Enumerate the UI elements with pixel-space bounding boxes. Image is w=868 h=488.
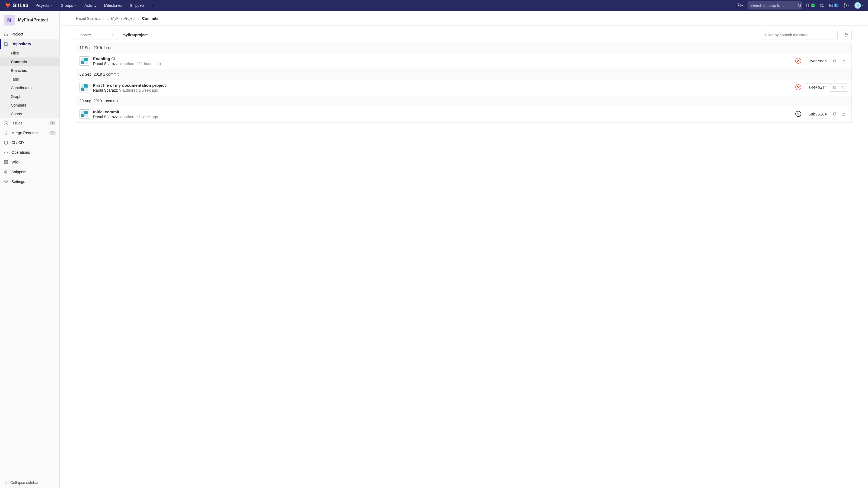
new-dropdown[interactable] bbox=[735, 0, 745, 11]
commit-title-link[interactable]: Initial commit bbox=[93, 109, 792, 114]
sidebar-item-project[interactable]: Project bbox=[0, 29, 59, 39]
commit-date-group: 02 Sep, 2019 1 commit bbox=[76, 69, 852, 79]
browse-files-button[interactable] bbox=[839, 110, 848, 118]
nav-icon bbox=[4, 140, 8, 145]
sidebar-sub-files[interactable]: Files bbox=[0, 49, 59, 58]
sidebar-sub-branches[interactable]: Branches bbox=[0, 66, 59, 75]
commit-author-link[interactable]: Raoul Scarazzini bbox=[93, 62, 122, 66]
search-icon bbox=[798, 3, 802, 7]
nav-snippets[interactable]: Snippets bbox=[127, 0, 148, 11]
nav-icon bbox=[4, 121, 8, 125]
copy-sha-button[interactable] bbox=[830, 110, 839, 118]
todos-link[interactable]: 1 bbox=[827, 0, 840, 11]
sidebar-item-ci-cd[interactable]: CI / CD bbox=[0, 138, 59, 148]
sidebar-item-label: Issues bbox=[11, 121, 22, 125]
breadcrumb-sep: › bbox=[138, 16, 140, 21]
pipeline-status[interactable] bbox=[795, 84, 801, 91]
browse-files-button[interactable] bbox=[839, 84, 848, 92]
sidebar-item-label: Wiki bbox=[11, 160, 19, 164]
breadcrumb-sep: › bbox=[107, 16, 108, 21]
commit-avatar[interactable] bbox=[80, 109, 89, 119]
merge-request-icon bbox=[820, 3, 824, 8]
folder-icon bbox=[842, 59, 845, 63]
commit-authored-text: authored 21 hours ago bbox=[123, 62, 161, 66]
top-navbar: GitLab Projects Groups Activity Mileston… bbox=[0, 0, 868, 11]
brand[interactable]: GitLab bbox=[2, 2, 31, 8]
commit-avatar[interactable] bbox=[80, 83, 89, 93]
nav-icon bbox=[4, 150, 8, 155]
rss-feed-button[interactable] bbox=[842, 30, 852, 40]
commit-authored-text: authored 1 week ago bbox=[123, 115, 158, 119]
user-menu[interactable] bbox=[852, 0, 866, 11]
sidebar-item-label: Project bbox=[11, 32, 23, 36]
copy-sha-button[interactable] bbox=[830, 57, 839, 65]
branch-select[interactable]: master bbox=[76, 30, 118, 40]
todos-badge: 1 bbox=[834, 3, 838, 7]
collapse-sidebar[interactable]: Collapse sidebar bbox=[0, 477, 59, 488]
sidebar-item-settings[interactable]: Settings bbox=[0, 177, 59, 187]
nav-analytics-icon[interactable] bbox=[149, 0, 160, 11]
nav-projects[interactable]: Projects bbox=[32, 0, 56, 11]
nav-icon bbox=[4, 180, 8, 184]
commit-sha[interactable]: 68b96104 bbox=[805, 110, 830, 119]
pipelines-link[interactable]: 1 bbox=[804, 0, 817, 11]
sidebar-item-count: 1 bbox=[50, 121, 56, 125]
chevron-down-icon bbox=[862, 4, 864, 6]
project-avatar: M bbox=[4, 14, 14, 26]
group-date: 11 Sep, 2019 bbox=[80, 45, 102, 50]
group-count: 1 commit bbox=[103, 99, 118, 103]
nav-icon bbox=[4, 170, 8, 174]
collapse-icon bbox=[4, 481, 8, 485]
commit-sha[interactable]: 95eec8e5 bbox=[805, 57, 830, 65]
help-dropdown[interactable]: ? bbox=[840, 0, 852, 11]
commit-sha[interactable]: 34400af4 bbox=[805, 83, 830, 92]
sidebar-item-wiki[interactable]: Wiki bbox=[0, 157, 59, 167]
sidebar-sub-compare[interactable]: Compare bbox=[0, 101, 59, 109]
commit-title-link[interactable]: First file of my documentation project bbox=[93, 83, 792, 88]
merge-requests-link[interactable] bbox=[817, 0, 826, 11]
breadcrumb-project[interactable]: MyFirstProject bbox=[111, 16, 135, 21]
commit-author-link[interactable]: Raoul Scarazzini bbox=[93, 115, 122, 119]
commit-row: Initial commit Raoul Scarazzini authored… bbox=[76, 106, 852, 123]
commit-filter-input[interactable] bbox=[762, 30, 838, 40]
commit-avatar[interactable] bbox=[80, 56, 89, 66]
chevron-down-icon bbox=[50, 4, 53, 7]
search-input[interactable] bbox=[750, 3, 798, 8]
sidebar-sub-tags[interactable]: Tags bbox=[0, 75, 59, 84]
folder-icon bbox=[842, 86, 845, 90]
identicon-icon bbox=[81, 111, 88, 118]
breadcrumbs: Raoul Scarazzini › MyFirstProject › Comm… bbox=[76, 11, 852, 26]
pipeline-status[interactable] bbox=[795, 58, 801, 65]
sidebar-sub-contributors[interactable]: Contributors bbox=[0, 84, 59, 92]
commit-author-link[interactable]: Raoul Scarazzini bbox=[93, 88, 122, 93]
repo-path[interactable]: myfirstproject bbox=[122, 33, 148, 37]
nav-milestones[interactable]: Milestones bbox=[101, 0, 126, 11]
sidebar-sub-graph[interactable]: Graph bbox=[0, 92, 59, 101]
sidebar-item-count: 0 bbox=[50, 131, 56, 135]
status-failed-icon bbox=[795, 84, 801, 90]
nav-groups[interactable]: Groups bbox=[57, 0, 80, 11]
nav-icon bbox=[4, 42, 8, 46]
nav-activity[interactable]: Activity bbox=[81, 0, 99, 11]
sidebar-item-snippets[interactable]: Snippets bbox=[0, 167, 59, 177]
browse-files-button[interactable] bbox=[839, 57, 848, 65]
sidebar-item-operations[interactable]: Operations bbox=[0, 148, 59, 157]
svg-point-5 bbox=[820, 6, 822, 7]
sidebar-item-merge-requests[interactable]: Merge Requests0 bbox=[0, 128, 59, 138]
global-search[interactable] bbox=[748, 1, 802, 9]
identicon-icon bbox=[81, 84, 88, 91]
status-failed-icon bbox=[795, 58, 801, 64]
project-header[interactable]: M MyFirstProject bbox=[0, 11, 59, 29]
commit-row: Enabling CI Raoul Scarazzini authored 21… bbox=[76, 53, 852, 69]
copy-sha-button[interactable] bbox=[830, 84, 839, 92]
sidebar-item-issues[interactable]: Issues1 bbox=[0, 118, 59, 128]
sidebar-sub-charts[interactable]: Charts bbox=[0, 109, 59, 118]
sidebar-sub-commits[interactable]: Commits bbox=[0, 58, 59, 66]
breadcrumb-owner[interactable]: Raoul Scarazzini bbox=[76, 16, 104, 21]
svg-point-10 bbox=[845, 36, 846, 37]
project-name: MyFirstProject bbox=[18, 18, 48, 23]
commit-title-link[interactable]: Enabling CI bbox=[93, 56, 792, 61]
main-content: Raoul Scarazzini › MyFirstProject › Comm… bbox=[60, 11, 868, 488]
sidebar-item-repository[interactable]: Repository bbox=[0, 39, 59, 49]
pipeline-status[interactable] bbox=[795, 111, 801, 118]
